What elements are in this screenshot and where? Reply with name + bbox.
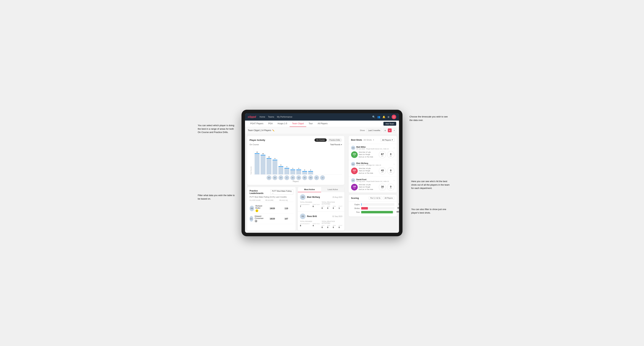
- bar-group-3: 9: [272, 158, 278, 174]
- active-player-section-2: RB Rees Britt 02 Sep 2023 Total Rounds: [298, 211, 344, 231]
- grid-view-icon[interactable]: ⊞: [383, 128, 387, 132]
- score-crossman: 18/20: [265, 218, 279, 220]
- team-header: Team Clippd | 14 Players ✏️ Show: Last 3…: [245, 127, 399, 134]
- nav-logo: clippd: [248, 115, 256, 119]
- bar-group-4: 5: [278, 164, 283, 174]
- rounds-grid-1: Total Rounds Tournament 7 Practice: [300, 201, 342, 209]
- show-label: Show:: [360, 129, 365, 131]
- tablet-frame: clippd Home Teams My Performance 🔍 👥 🔔 ⊕…: [242, 110, 402, 236]
- add-team-button[interactable]: Add Team: [384, 122, 396, 126]
- shots-filter[interactable]: All Players ▾: [380, 138, 394, 142]
- player-avatar-1: BB: [272, 175, 278, 180]
- shot-player-info-1: MM Matt Miller 09 Jun 2023 · Royal North…: [351, 146, 389, 150]
- shot-player-name-3: David Ford: [356, 178, 389, 180]
- tab-pga[interactable]: PGA: [266, 121, 275, 127]
- view-icons: ⊞ ♥ ≡: [383, 128, 396, 132]
- sub-tabs: PGAT Players PGA Hcaps 1-5 Team Clippd T…: [248, 121, 330, 127]
- tab-most-active[interactable]: Most Active: [298, 187, 321, 192]
- par-filter[interactable]: Par 3, 4 & 5s: [369, 197, 382, 199]
- list-view-icon[interactable]: ≡: [392, 128, 396, 132]
- annotation-right-bottom: You can also filter to show just one pla…: [411, 208, 450, 214]
- activity-toggle-buttons: On Course Practice Drills: [314, 138, 342, 142]
- date-rees: 02 Sep 2023: [332, 215, 342, 217]
- chevron-right-icon-1[interactable]: ›: [394, 147, 394, 149]
- val-pars: 499: [396, 211, 399, 213]
- active-player-info-2: RB Rees Britt: [300, 213, 317, 219]
- shot-dist-badge-2: 43 yds: [379, 167, 386, 174]
- player-avatar-0: BM: [266, 175, 272, 180]
- shot-player-row-1: MM Matt Miller 09 Jun 2023 · Royal North…: [351, 146, 394, 150]
- practice-drills-toggle[interactable]: Practice Drills: [328, 138, 342, 142]
- time-filter-dropdown[interactable]: Last 3 months: [366, 129, 382, 132]
- shot-entry-2[interactable]: BM Blair McHarg 23 Jul 2023 · Ashridge G…: [348, 160, 397, 176]
- plus-circle-icon[interactable]: ⊕: [388, 116, 390, 118]
- user-avatar[interactable]: U: [392, 115, 396, 119]
- sub-nav: PGAT Players PGA Hcaps 1-5 Team Clippd T…: [245, 121, 399, 127]
- nav-link-home[interactable]: Home: [260, 115, 265, 119]
- tab-tour[interactable]: Tour: [306, 121, 315, 127]
- chart-dropdown[interactable]: Total Rounds ▾: [330, 144, 342, 146]
- player-avatar-8: EC: [314, 175, 319, 180]
- total-practice-label-1: Total Practice Activities: [322, 201, 342, 205]
- total-rounds-label-1: Total Rounds: [300, 201, 320, 203]
- player-activity-title: Player Activity: [250, 139, 265, 141]
- shot-entry-3[interactable]: DF David Ford 24 Aug 2023 · Royal North …: [348, 176, 397, 193]
- chart-sublabel: On Course: [250, 144, 259, 146]
- nav-link-performance[interactable]: My Performance: [277, 115, 292, 119]
- player-name-blair: Blair McHarg: [307, 196, 320, 198]
- tab-team-clippd[interactable]: Team Clippd: [290, 121, 306, 127]
- player-activity-card: Player Activity On Course Practice Drill…: [247, 136, 344, 185]
- leaderboard-row-2: EC Edward Crossman 2 18/20 107: [250, 214, 293, 224]
- bell-icon[interactable]: 🔔: [382, 116, 385, 118]
- player-name-butler: Richard Butler: [256, 205, 265, 209]
- chevron-right-icon-3[interactable]: ›: [394, 179, 394, 182]
- tab-all-players[interactable]: All Players: [315, 121, 330, 127]
- player-avatar-2: DF: [278, 175, 283, 180]
- users-icon[interactable]: 👥: [377, 116, 380, 118]
- col-pb-score: PB Score: [265, 199, 279, 201]
- chevron-right-icon-2[interactable]: ›: [394, 163, 394, 166]
- page-wrapper: Choose the timescale you wish to see the…: [200, 110, 444, 236]
- rank-badge-silver: 2: [254, 220, 258, 222]
- col-player-name: Player Name: [250, 199, 265, 201]
- scoring-row-birdies: Birdies 96: [351, 207, 394, 209]
- tab-all-shots[interactable]: All Shots: [364, 139, 372, 141]
- tab-least-active[interactable]: Least Active: [321, 187, 344, 192]
- bar-group-9: 2: [308, 169, 313, 174]
- bar-group-2: 10: [266, 156, 272, 174]
- edit-icon[interactable]: ✏️: [272, 129, 274, 132]
- sg-badge-2: 200 SG: [351, 168, 358, 174]
- bar-group-1: 12: [260, 153, 266, 174]
- card-view-icon[interactable]: ♥: [388, 128, 392, 132]
- all-players-filter[interactable]: All Players: [383, 197, 394, 199]
- col-pb-avg-sq: PB Avg SQ: [279, 199, 293, 201]
- shot-detail-3: 24 Aug 2023 · Royal North Devon GC, Hole…: [356, 180, 389, 182]
- y-axis-title: Total Rounds: [250, 147, 252, 174]
- shot-stats-row-1: 200 SG Shot Dist: 67 yds Start Lie: Roug…: [351, 151, 394, 158]
- tab-best-shots[interactable]: Best Shots: [351, 139, 362, 141]
- score-butler: 19/20: [265, 207, 279, 210]
- practice-val-1: 6: [312, 205, 320, 207]
- player-avatar-7: MM: [308, 175, 313, 180]
- nav-link-teams[interactable]: Teams: [268, 115, 274, 119]
- shot-detail-1: 09 Jun 2023 · Royal North Devon GC, Hole…: [356, 148, 389, 150]
- bar-fill-pars: [361, 211, 393, 213]
- shot-entry-1[interactable]: MM Matt Miller 09 Jun 2023 · Royal North…: [348, 144, 397, 160]
- bar-group-8: 2: [302, 169, 307, 174]
- tablet-screen: clippd Home Teams My Performance 🔍 👥 🔔 ⊕…: [245, 113, 399, 233]
- val-birdies: 96: [398, 207, 399, 209]
- chart-subheader: On Course Total Rounds ▾: [250, 144, 342, 146]
- active-player-header-2: RB Rees Britt 02 Sep 2023: [300, 213, 342, 219]
- shot-text-3: Shot Dist: 16 yds Start Lie: Rough End L…: [359, 184, 378, 191]
- tab-pgat-players[interactable]: PGAT Players: [248, 121, 266, 127]
- search-icon[interactable]: 🔍: [372, 116, 375, 118]
- player-avatar-butler: RB: [250, 206, 254, 211]
- tab-hcaps[interactable]: Hcaps 1-5: [275, 121, 290, 127]
- player-name-crossman: Edward Crossman: [254, 215, 265, 219]
- shot-player-row-2: BM Blair McHarg 23 Jul 2023 · Ashridge G…: [351, 162, 394, 166]
- bar-fill-birdies: [361, 207, 368, 209]
- total-rounds-label-2: Total Rounds: [300, 220, 320, 222]
- shots-sort-icon[interactable]: ▾: [373, 139, 374, 141]
- practice-dropdown[interactable]: PUTT Must Make Putting ...: [270, 189, 293, 195]
- on-course-toggle[interactable]: On Course: [314, 138, 327, 142]
